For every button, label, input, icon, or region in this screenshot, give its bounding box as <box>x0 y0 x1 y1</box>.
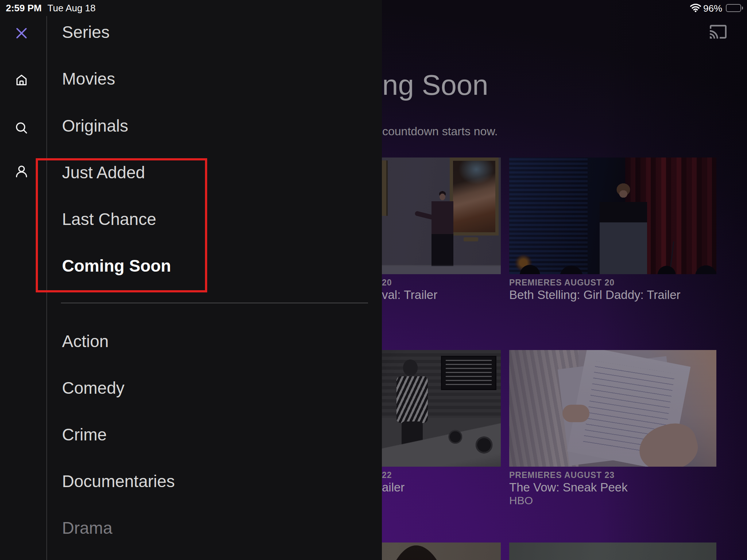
menu-item-series[interactable]: Series <box>62 22 109 42</box>
rail-divider <box>46 16 47 560</box>
menu-item-originals[interactable]: Originals <box>62 116 128 136</box>
wifi-icon <box>689 3 702 12</box>
comedian-overalls-figure <box>600 177 647 274</box>
menu-item-documentaries[interactable]: Documentaries <box>62 471 175 491</box>
audience-silhouettes <box>509 257 716 274</box>
seated-woman-head <box>403 359 418 376</box>
clock-time: 2:59 PM <box>6 3 42 14</box>
comedian-arm <box>414 211 434 220</box>
painting-frame-edge <box>381 160 388 216</box>
battery-icon <box>726 4 741 12</box>
premiere-label[interactable]: PREMIERES AUGUST 23 <box>509 470 615 480</box>
premiere-label[interactable]: PREMIERES AUGUST 20 <box>509 278 615 288</box>
stage-light <box>514 254 533 272</box>
menu-item-movies[interactable]: Movies <box>62 69 115 89</box>
stage-blue-wall <box>509 158 588 274</box>
home-icon[interactable] <box>14 73 29 88</box>
clock-date: Tue Aug 18 <box>47 3 96 14</box>
page-title: ng Soon <box>382 70 488 101</box>
tile-title[interactable]: Beth Stelling: Girl Daddy: Trailer <box>509 288 681 302</box>
premiere-label-fragment[interactable]: 22 <box>382 470 392 480</box>
tile-title[interactable]: The Vow: Sneak Peek <box>509 481 628 494</box>
striped-dress <box>396 376 428 423</box>
menu-item-comedy[interactable]: Comedy <box>62 378 124 398</box>
menu-item-just-added[interactable]: Just Added <box>62 162 145 183</box>
status-bar: 2:59 PM Tue Aug 18 96% <box>0 0 747 16</box>
tile-title-fragment[interactable]: val: Trailer <box>382 288 437 302</box>
note-paper-back <box>558 356 678 466</box>
comedian-figure <box>431 191 453 274</box>
menu-item-drama[interactable]: Drama <box>62 518 112 538</box>
tile-row3-right[interactable] <box>509 542 716 560</box>
nav-menu-panel: Series Movies Originals Just Added Last … <box>0 0 382 560</box>
hbomax-app-screen: ng Soon countdown starts now. 20 val: Tr… <box>0 0 747 560</box>
battery-nub <box>742 7 743 9</box>
profile-icon[interactable] <box>14 164 29 179</box>
premiere-label-fragment[interactable]: 20 <box>382 278 392 288</box>
cast-icon[interactable] <box>709 23 727 41</box>
handwritten-note <box>567 350 690 467</box>
car-hood-and-reels <box>381 421 501 467</box>
network-label[interactable]: HBO <box>509 494 533 507</box>
tile-beth-stelling[interactable] <box>509 158 716 274</box>
man-head-silhouette <box>377 545 458 560</box>
menu-item-action[interactable]: Action <box>62 331 109 351</box>
menu-item-coming-soon[interactable]: Coming Soon <box>62 256 171 276</box>
menu-section-divider <box>61 303 368 303</box>
battery-percent: 96% <box>703 3 722 14</box>
page-subtitle: countdown starts now. <box>382 125 498 138</box>
seated-woman-legs <box>402 421 423 462</box>
holding-hand <box>634 418 703 467</box>
sweater-sleeve <box>509 350 578 467</box>
menu-item-crime[interactable]: Crime <box>62 424 107 445</box>
red-curtain <box>625 158 716 274</box>
auto-repair-sign <box>441 356 496 390</box>
painting-plaque <box>464 237 478 241</box>
menu-item-last-chance[interactable]: Last Chance <box>62 209 156 229</box>
tile-title-fragment[interactable]: ailer <box>382 481 405 494</box>
tile-the-vow[interactable] <box>509 350 716 467</box>
painting-art <box>450 158 499 236</box>
mic-stand <box>669 241 674 274</box>
holding-thumb <box>562 405 589 422</box>
close-icon[interactable] <box>14 26 29 41</box>
search-icon[interactable] <box>14 120 29 136</box>
